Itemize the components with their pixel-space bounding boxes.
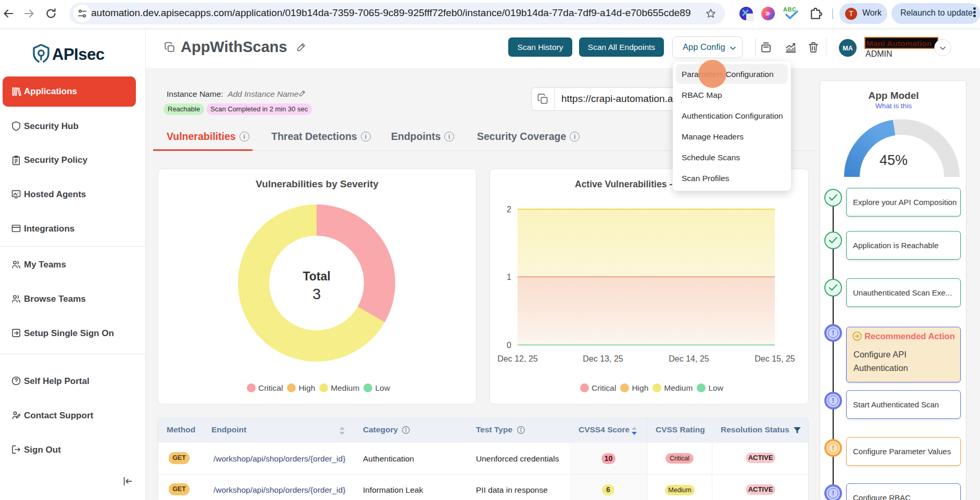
svg-text:1: 1 bbox=[507, 273, 511, 281]
svg-text:2: 2 bbox=[507, 205, 511, 214]
svg-text:Dec 12, 25: Dec 12, 25 bbox=[497, 354, 537, 363]
svg-text:0: 0 bbox=[507, 341, 511, 350]
svg-text:Dec 14, 25: Dec 14, 25 bbox=[669, 354, 709, 363]
svg-text:Dec 15, 25: Dec 15, 25 bbox=[755, 354, 795, 363]
svg-text:Dec 13, 25: Dec 13, 25 bbox=[583, 354, 623, 363]
